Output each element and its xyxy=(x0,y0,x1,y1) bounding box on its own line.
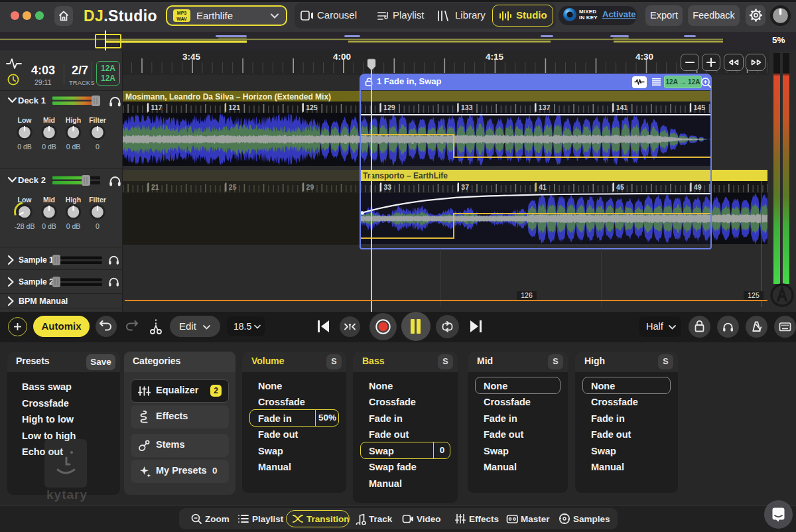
svg-text:29: 29 xyxy=(306,183,314,191)
svg-text:117: 117 xyxy=(151,103,163,111)
svg-text:25: 25 xyxy=(229,183,237,191)
svg-text:High: High xyxy=(66,116,81,124)
svg-text:0: 0 xyxy=(96,222,100,230)
svg-text:0 dB: 0 dB xyxy=(42,222,56,230)
svg-text:High: High xyxy=(66,196,81,204)
svg-text:0 dB: 0 dB xyxy=(66,222,81,230)
svg-text:0 dB: 0 dB xyxy=(66,143,81,151)
svg-text:Low: Low xyxy=(18,196,33,204)
svg-text:0: 0 xyxy=(96,143,100,151)
svg-text:21: 21 xyxy=(151,183,159,191)
svg-text:125: 125 xyxy=(306,103,318,111)
svg-text:0 dB: 0 dB xyxy=(17,143,32,151)
svg-text:Filter: Filter xyxy=(89,196,106,204)
svg-text:Filter: Filter xyxy=(89,116,106,124)
svg-text:Low: Low xyxy=(18,116,33,124)
svg-text:-28 dB: -28 dB xyxy=(15,222,35,230)
svg-text:Mid: Mid xyxy=(43,196,55,204)
svg-text:0 dB: 0 dB xyxy=(42,143,56,151)
svg-text:Mid: Mid xyxy=(43,116,55,124)
svg-text:121: 121 xyxy=(228,103,240,111)
